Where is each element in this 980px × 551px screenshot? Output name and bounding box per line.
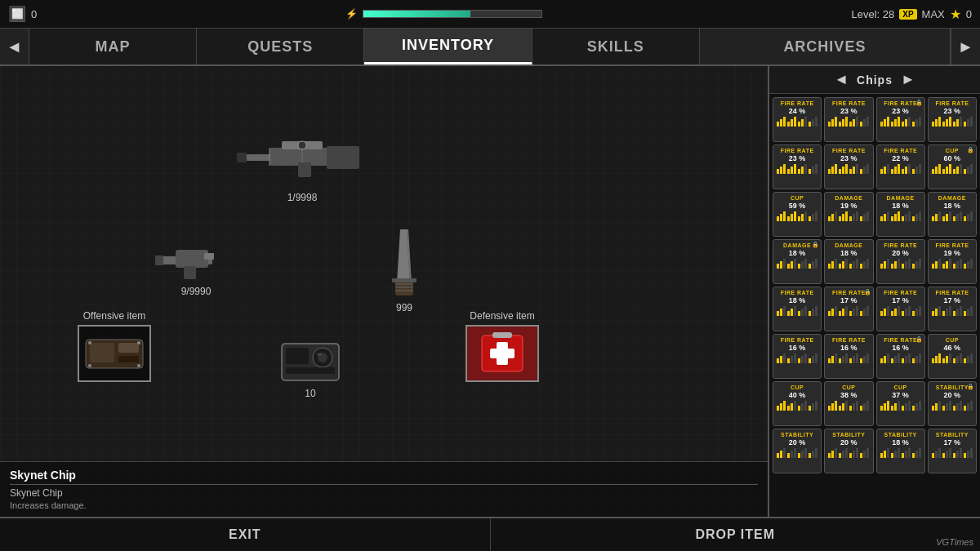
- chip-percent-value: 17 %: [944, 296, 961, 304]
- chip-card[interactable]: FIRE RATE16 %: [773, 334, 822, 379]
- offensive-slot-box[interactable]: [78, 325, 151, 382]
- chip-percent-value: 20 %: [789, 438, 806, 447]
- chip-card[interactable]: FIRE RATE16 %: [824, 334, 873, 379]
- chip-percent-value: 16 %: [789, 344, 806, 352]
- chip-bar-segment: [849, 311, 852, 316]
- tab-map[interactable]: Map: [29, 29, 197, 64]
- chip-type-label: CUP: [842, 384, 855, 391]
- chip-bar-segment: [964, 406, 966, 411]
- chip-bar-row: [775, 259, 819, 269]
- chip-bar-segment: [946, 309, 948, 316]
- chip-lock-icon: 🔒: [915, 336, 923, 343]
- chip-card[interactable]: FIRE RATE16 %🔒: [876, 334, 925, 379]
- chip-card[interactable]: FIRE RATE23 %: [824, 144, 873, 189]
- nav-left-arrow[interactable]: ◄: [0, 29, 29, 64]
- item-pistol[interactable]: 9/9990: [155, 242, 237, 297]
- nav-right-arrow[interactable]: ►: [951, 29, 980, 64]
- archives-left-arrow[interactable]: ◄: [834, 71, 849, 88]
- chip-bar-segment: [960, 401, 962, 411]
- chip-bar-segment: [791, 167, 793, 174]
- chip-card[interactable]: CUP46 %: [928, 334, 977, 379]
- chip-bar-segment: [835, 117, 837, 127]
- chip-bar-segment: [801, 214, 804, 221]
- chip-bar-segment: [932, 406, 934, 411]
- chip-card[interactable]: FIRE RATE17 %: [928, 287, 977, 331]
- item-device[interactable]: 10: [278, 340, 343, 399]
- chip-card[interactable]: FIRE RATE22 %: [876, 144, 925, 189]
- chip-bar-segment: [828, 311, 831, 316]
- chip-card[interactable]: CUP59 %: [773, 192, 822, 237]
- chip-card[interactable]: FIRE RATE23 %🔒: [876, 97, 925, 142]
- offensive-item-slot[interactable]: Offensive item: [78, 307, 151, 382]
- chip-bar-row: [826, 211, 871, 221]
- tab-archives[interactable]: Archives: [700, 29, 951, 64]
- chip-bar-segment: [915, 403, 918, 411]
- chip-bar-segment: [956, 119, 959, 127]
- chip-bar-segment: [815, 211, 817, 221]
- chip-card[interactable]: STABILITY20 %: [824, 429, 873, 473]
- chip-card[interactable]: STABILITY18 %: [876, 429, 925, 473]
- chip-type-label: FIRE RATE: [781, 337, 814, 344]
- chip-type-label: STABILITY: [781, 432, 813, 438]
- exit-button[interactable]: Exit: [0, 518, 491, 551]
- chip-card[interactable]: FIRE RATE18 %: [773, 287, 822, 331]
- chip-card[interactable]: FIRE RATE17 %🔒: [824, 287, 873, 331]
- archives-panel: ◄ Chips ► FIRE RATE24 %FIRE RATE23 %FIRE…: [768, 66, 980, 517]
- chip-bar-segment: [946, 167, 948, 174]
- chip-card[interactable]: CUP60 %🔒: [928, 144, 977, 189]
- chip-card[interactable]: FIRE RATE23 %: [824, 97, 873, 142]
- chip-card[interactable]: STABILITY17 %: [928, 429, 977, 473]
- chip-bar-segment: [828, 122, 831, 127]
- chip-bar-segment: [794, 306, 796, 316]
- chip-type-label: FIRE RATE: [832, 100, 866, 107]
- chip-card[interactable]: DAMAGE18 %: [824, 239, 873, 284]
- chip-bar-segment: [894, 309, 897, 316]
- chip-card[interactable]: FIRE RATE23 %: [928, 97, 977, 142]
- chip-percent-value: 60 %: [944, 154, 961, 162]
- chip-card[interactable]: DAMAGE18 %🔒: [773, 239, 822, 284]
- chip-card[interactable]: STABILITY20 %: [773, 429, 822, 473]
- tab-quests[interactable]: Quests: [197, 29, 364, 64]
- chip-bar-segment: [970, 164, 973, 174]
- chip-card[interactable]: FIRE RATE17 %: [876, 287, 925, 331]
- chip-percent-value: 18 %: [892, 438, 909, 447]
- chip-bar-segment: [808, 122, 811, 127]
- chip-card[interactable]: FIRE RATE19 %: [928, 239, 977, 284]
- chip-bar-segment: [946, 214, 948, 221]
- chip-bar-segment: [938, 448, 941, 458]
- chip-card[interactable]: FIRE RATE24 %: [773, 97, 822, 142]
- chip-bar-segment: [946, 356, 948, 363]
- chip-card[interactable]: DAMAGE19 %: [824, 192, 873, 237]
- archives-right-arrow[interactable]: ►: [901, 71, 915, 88]
- info-description: Increases damage.: [10, 500, 758, 510]
- defensive-item-slot[interactable]: Defensive item: [466, 307, 539, 382]
- tab-skills[interactable]: Skills: [532, 29, 700, 64]
- drop-item-button[interactable]: Drop item: [491, 518, 981, 551]
- item-rifle[interactable]: 1/9998: [237, 131, 368, 203]
- chip-card[interactable]: FIRE RATE23 %: [773, 144, 822, 189]
- chip-card[interactable]: STABILITY20 %🔒: [928, 381, 977, 426]
- chip-bar-segment: [812, 309, 814, 316]
- chip-bar-segment: [804, 259, 807, 269]
- chip-bar-segment: [791, 214, 793, 221]
- chip-bar-segment: [849, 216, 852, 221]
- chip-card[interactable]: DAMAGE18 %: [928, 192, 977, 237]
- chip-bar-segment: [839, 453, 841, 458]
- chip-bar-segment: [845, 306, 848, 316]
- chip-bar-segment: [798, 406, 800, 411]
- tab-inventory[interactable]: Inventory: [364, 29, 532, 64]
- chip-card[interactable]: FIRE RATE20 %: [876, 239, 925, 284]
- chip-bar-segment: [967, 309, 969, 316]
- chips-grid: FIRE RATE24 %FIRE RATE23 %FIRE RATE23 %🔒…: [769, 94, 980, 477]
- chip-card[interactable]: CUP38 %: [824, 381, 873, 426]
- chip-bar-segment: [801, 451, 804, 458]
- defensive-slot-box[interactable]: [466, 325, 539, 382]
- chip-card[interactable]: CUP40 %: [773, 381, 822, 426]
- chip-card[interactable]: DAMAGE18 %: [876, 192, 925, 237]
- chip-bar-segment: [898, 306, 900, 316]
- chip-type-label: CUP: [946, 337, 959, 344]
- chip-type-label: FIRE RATE: [884, 148, 917, 154]
- chip-card[interactable]: CUP37 %: [876, 381, 925, 426]
- item-knife[interactable]: 999: [384, 225, 425, 313]
- chip-bar-segment: [880, 311, 883, 316]
